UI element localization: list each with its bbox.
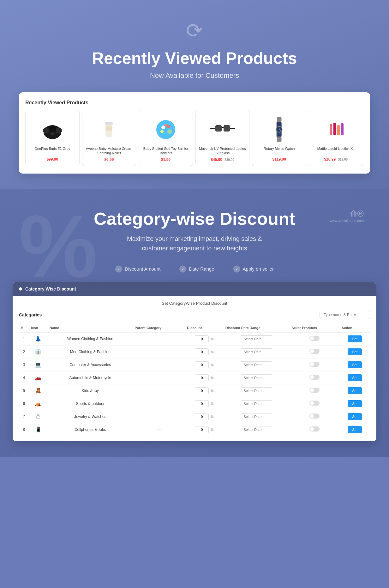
cell-parent-5: — [133, 384, 185, 397]
cell-icon-7: 💍 [29, 410, 48, 423]
cell-num-4: 4 [19, 371, 29, 384]
cell-action-6: Set [339, 397, 370, 410]
date-input-3[interactable] [241, 361, 272, 368]
col-name: Name [48, 323, 133, 333]
cell-discount-3: % [185, 358, 223, 371]
cell-discount-6: % [185, 397, 223, 410]
seller-toggle-5[interactable] [309, 388, 320, 393]
product-card-4[interactable]: Maverick UV Protected Ladies Sunglass $4… [195, 111, 250, 166]
date-input-8[interactable] [241, 426, 272, 433]
discount-input-3[interactable] [195, 361, 209, 368]
cell-discount-2: % [185, 345, 223, 358]
cell-icon-5: 🧸 [29, 384, 48, 397]
product-card-3[interactable]: Baby Stuffed Soft Toy Ball for Toddlers … [139, 111, 193, 166]
feature-discount-amount: ✓ Discount Amount [115, 266, 160, 273]
date-input-1[interactable] [241, 335, 272, 342]
set-button-1[interactable]: Set [348, 335, 362, 342]
category-search-input[interactable] [320, 311, 370, 319]
table-header-row: # Icon Name Parent Category Discount Dis… [19, 323, 370, 333]
set-button-5[interactable]: Set [348, 387, 362, 394]
cell-num-7: 7 [19, 410, 29, 423]
discount-input-4[interactable] [195, 374, 209, 381]
product-price-1: $99.00 [28, 157, 77, 162]
seller-toggle-6[interactable] [309, 401, 320, 406]
date-input-6[interactable] [241, 400, 272, 407]
product-card-5[interactable]: Rotary Men's Watch $119.00 [252, 111, 306, 166]
date-input-4[interactable] [241, 374, 272, 381]
product-panel-title: Recently Viewed Products [25, 100, 364, 106]
discount-input-5[interactable] [195, 387, 209, 394]
set-button-8[interactable]: Set [348, 426, 362, 433]
svg-rect-21 [277, 117, 282, 121]
feature-date-range: ✓ Date Range [179, 266, 214, 273]
cell-action-4: Set [339, 371, 370, 384]
seller-toggle-7[interactable] [309, 413, 320, 419]
discount-input-2[interactable] [195, 348, 209, 355]
col-icon: Icon [29, 323, 48, 333]
product-name-3: Baby Stuffed Soft Toy Ball for Toddlers [141, 146, 190, 156]
table-row-3: 3 💻 Computer & Accessories — % Set [19, 358, 370, 371]
cell-date-2 [224, 345, 290, 358]
product-card-6[interactable]: Mattie Liquid Lipstick Kit $16.99 $19.00 [309, 111, 363, 166]
set-button-2[interactable]: Set [348, 348, 362, 355]
cell-date-3 [224, 358, 290, 371]
discount-input-8[interactable] [195, 426, 209, 433]
pct-label-7: % [211, 415, 214, 419]
recently-viewed-section: ⟳ Recently Viewed Products Now Available… [0, 0, 389, 189]
feature-label-1: Discount Amount [125, 266, 160, 272]
product-panel: Recently Viewed Products OnePlus Buds Z2… [19, 92, 370, 174]
svg-rect-31 [341, 123, 344, 135]
section1-title: Recently Viewed Products [6, 49, 383, 68]
discount-input-6[interactable] [195, 400, 209, 407]
seller-toggle-1[interactable] [309, 336, 320, 341]
cell-num-1: 1 [19, 332, 29, 345]
col-date-range: Discount Date Range [224, 323, 290, 333]
svg-point-13 [160, 130, 164, 133]
product-image-4 [198, 115, 247, 143]
header-dot [19, 287, 22, 291]
set-button-6[interactable]: Set [348, 400, 362, 407]
set-button-3[interactable]: Set [348, 361, 362, 368]
product-image-6 [312, 115, 360, 143]
check-icon-3: ✓ [233, 266, 240, 273]
seller-toggle-2[interactable] [309, 349, 320, 354]
pct-label-4: % [211, 376, 214, 380]
table-row-2: 2 👔 Men Clothing & Fashion — % Set [19, 345, 370, 358]
discount-input-1[interactable] [195, 335, 209, 342]
table-row-5: 5 🧸 Kids & toy — % Set [19, 384, 370, 397]
cell-date-8 [224, 423, 290, 436]
date-input-7[interactable] [241, 413, 272, 420]
svg-rect-17 [215, 125, 222, 132]
cell-name-6: Sports & outdoor [48, 397, 133, 410]
svg-point-10 [156, 120, 175, 139]
set-button-4[interactable]: Set [348, 374, 362, 381]
product-card-2[interactable]: Aveeno baby Aveeno Baby Moisture Cream S… [82, 111, 136, 166]
cell-icon-8: 📱 [29, 423, 48, 436]
svg-point-14 [167, 129, 172, 134]
date-input-2[interactable] [241, 348, 272, 355]
product-name-4: Maverick UV Protected Ladies Sunglass [198, 146, 247, 156]
date-input-5[interactable] [241, 387, 272, 394]
seller-toggle-3[interactable] [309, 362, 320, 367]
cell-discount-5: % [185, 384, 223, 397]
cell-num-6: 6 [19, 397, 29, 410]
cell-seller-4 [290, 371, 339, 384]
product-card-1[interactable]: OnePlus Buds Z2 Grey $99.00 [25, 111, 80, 166]
cell-icon-6: ⛺ [29, 397, 48, 410]
cell-seller-1 [290, 332, 339, 345]
feature-badges: ✓ Discount Amount ✓ Date Range ✓ Apply o… [6, 266, 383, 273]
pct-label-3: % [211, 363, 214, 367]
col-seller: Seller Products [290, 323, 339, 333]
cell-parent-3: — [133, 358, 185, 371]
cell-parent-7: — [133, 410, 185, 423]
table-row-4: 4 🚗 Automobile & Motorcycle — % Set [19, 371, 370, 384]
seller-toggle-4[interactable] [309, 375, 320, 380]
svg-rect-28 [330, 124, 332, 135]
set-button-7[interactable]: Set [348, 413, 362, 420]
cell-seller-2 [290, 345, 339, 358]
cell-icon-4: 🚗 [29, 371, 48, 384]
discount-input-7[interactable] [195, 413, 209, 420]
cell-parent-6: — [133, 397, 185, 410]
seller-toggle-8[interactable] [309, 426, 320, 432]
cell-name-1: Women Clothing & Fashion [48, 332, 133, 345]
